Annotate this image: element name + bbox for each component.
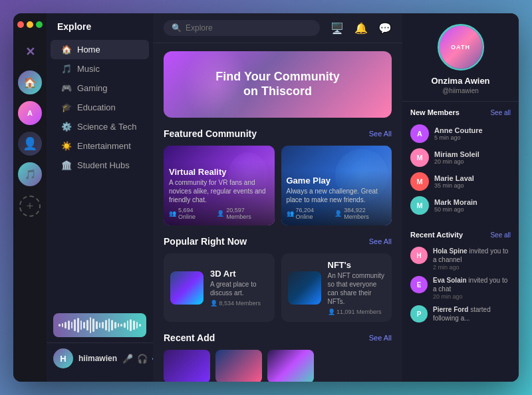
rail-avatar-2[interactable]: 👤 [18, 132, 42, 156]
hero-banner: Find Your Community on Thiscord [164, 51, 392, 118]
sidebar-item-science-label: Science & Tech [77, 122, 136, 132]
feat-gp-desc: Always a new challenge. Great place to m… [287, 187, 387, 204]
member-info: Anne Couture 5 min ago [434, 126, 511, 141]
feat-gp-members: 👤 384,922 Members [334, 207, 386, 220]
right-panel: OATH Onzima Awien @hiimawien New Members… [402, 13, 519, 382]
recent-activity-list: H Hola Spine invited you to a channel 2 … [410, 244, 511, 325]
activity-text: Pierre Ford started following a... [433, 305, 511, 323]
feat-vr-online: 👥 5,694 Online [169, 207, 210, 220]
featured-card-vr[interactable]: Virtual Reality A community for VR fans … [164, 146, 275, 225]
member-item[interactable]: M Mark Morain 50 min ago [410, 194, 511, 217]
activity-content: Pierre Ford started following a... [433, 305, 511, 323]
member-avatar: M [410, 172, 429, 191]
search-input[interactable] [186, 23, 312, 33]
member-item[interactable]: A Anne Couture 5 min ago [410, 122, 511, 146]
feat-gp-title: Game Play [287, 176, 387, 186]
activity-time: 2 min ago [433, 264, 511, 271]
logo-icon[interactable]: ✕ [18, 40, 42, 64]
profile-section: OATH Onzima Awien @hiimawien [402, 13, 519, 102]
3dart-desc: A great place to discuss art. [210, 280, 268, 297]
sidebar-item-entertainment[interactable]: ☀️ Entertainment [51, 136, 149, 156]
new-members-header: New Members See all [410, 108, 511, 116]
activity-item: E Eva Solain invited you to a chat 20 mi… [410, 273, 511, 303]
member-item[interactable]: M Marie Laval 35 min ago [410, 170, 511, 194]
sidebar-item-education[interactable]: 🎓 Education [51, 98, 149, 117]
sidebar-item-music[interactable]: 🎵 Music [51, 59, 149, 78]
featured-grid: Virtual Reality A community for VR fans … [164, 146, 392, 225]
feat-vr-desc: A community for VR fans and novices alik… [169, 178, 269, 204]
entertainment-icon: ☀️ [61, 141, 72, 151]
feat-vr-members: 👤 20,597 Members [217, 207, 269, 220]
member-time: 20 min ago [434, 158, 511, 165]
rail-home-icon[interactable]: 🏠 [18, 70, 42, 94]
featured-see-all[interactable]: See All [369, 130, 392, 138]
featured-section-header: Featured Community See All [164, 128, 392, 139]
recent-see-all[interactable]: See All [369, 334, 392, 342]
minimize-button[interactable] [27, 21, 33, 28]
username-label: hiimawien [78, 354, 117, 363]
featured-card-gp[interactable]: Game Play Always a new challenge. Great … [281, 146, 392, 225]
member-info: Mark Morain 50 min ago [434, 198, 511, 213]
nft-stat: 👤 11,091 Members [328, 309, 386, 315]
member-time: 5 min ago [434, 134, 511, 141]
sidebar-item-home-label: Home [77, 45, 100, 55]
recent-thumb-3[interactable] [267, 350, 314, 382]
activity-item: P Pierre Ford started following a... [410, 303, 511, 325]
bell-icon[interactable]: 🔔 [354, 22, 368, 35]
sidebar-item-education-label: Education [77, 102, 116, 112]
recent-activity-section: Recent Activity See all H Hola Spine inv… [402, 224, 519, 332]
popular-title: Popular Right Now [164, 236, 247, 247]
maximize-button[interactable] [36, 21, 43, 28]
recent-activity-see-all[interactable]: See all [490, 231, 511, 239]
popular-section-header: Popular Right Now See All [164, 236, 392, 247]
sidebar-item-student-hubs[interactable]: 🏛️ Student Hubs [51, 156, 149, 175]
traffic-lights [17, 21, 43, 28]
mic-icon[interactable]: 🎤 [122, 354, 133, 364]
popular-grid: 3D Art A great place to discuss art. 👤 8… [164, 253, 392, 322]
member-time: 35 min ago [434, 182, 511, 189]
feat-vr-title: Virtual Reality [169, 167, 269, 177]
feat-gp-stats: 👥 76,204 Online 👤 384,922 Members [287, 207, 387, 220]
gaming-icon: 🎮 [61, 83, 72, 93]
profile-avatar: OATH [438, 24, 484, 70]
featured-title: Featured Community [164, 128, 257, 139]
popular-card-nft[interactable]: NFT's An NFT community so that everyone … [281, 253, 392, 322]
member-name: Marie Laval [434, 174, 511, 182]
chat-icon[interactable]: 💬 [378, 22, 392, 35]
new-members-see-all[interactable]: See all [490, 109, 511, 116]
close-button[interactable] [17, 21, 24, 28]
headphone-icon[interactable]: 🎧 [137, 354, 148, 364]
search-icon: 🔍 [172, 23, 182, 33]
education-icon: 🎓 [61, 102, 72, 112]
monitor-icon[interactable]: 🖥️ [331, 22, 344, 35]
sidebar-item-science[interactable]: ⚙️ Science & Tech [51, 117, 149, 136]
nft-thumb [288, 271, 321, 305]
member-avatar: A [410, 124, 429, 143]
recent-title: Recent Add [164, 332, 215, 343]
recent-activity-header: Recent Activity See all [410, 231, 511, 239]
recent-thumb-1[interactable] [164, 350, 210, 382]
member-time: 50 min ago [434, 206, 511, 213]
member-item[interactable]: M Miriam Soleil 20 min ago [410, 146, 511, 170]
add-server-button[interactable]: + [19, 196, 41, 217]
rail-avatar-1[interactable]: A [18, 101, 42, 125]
3dart-thumb [170, 271, 203, 305]
feat-gp-online: 👥 76,204 Online [287, 207, 329, 220]
sidebar-item-gaming[interactable]: 🎮 Gaming [51, 78, 149, 98]
member-name: Mark Morain [434, 198, 511, 206]
user-avatar: H [53, 348, 73, 368]
rail-avatar-3[interactable]: 🎵 [18, 162, 42, 186]
activity-avatar: H [410, 247, 428, 264]
activity-text: Hola Spine invited you to a channel [433, 247, 511, 264]
music-icon: 🎵 [61, 64, 72, 74]
nft-title: NFT's [328, 260, 386, 270]
sidebar-item-home[interactable]: 🏠 Home [51, 40, 149, 59]
activity-text: Eva Solain invited you to a chat [433, 276, 511, 293]
search-bar[interactable]: 🔍 [164, 20, 320, 36]
activity-content: Eva Solain invited you to a chat 20 min … [433, 276, 511, 300]
profile-name: Onzima Awien [431, 76, 489, 86]
recent-thumb-2[interactable] [215, 350, 262, 382]
popular-see-all[interactable]: See All [369, 237, 392, 245]
popular-card-3dart[interactable]: 3D Art A great place to discuss art. 👤 8… [164, 253, 275, 322]
recent-section-header: Recent Add See All [164, 332, 392, 343]
